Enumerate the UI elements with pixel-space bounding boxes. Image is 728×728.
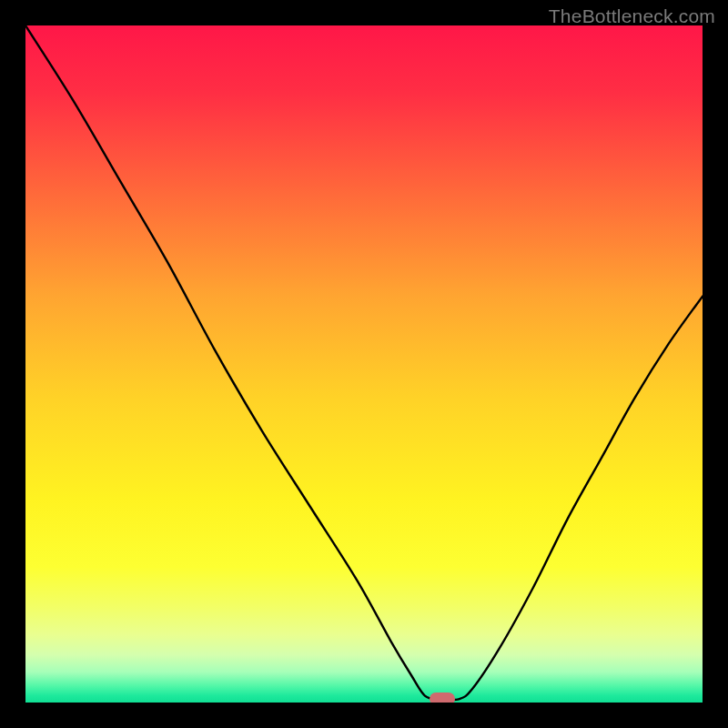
chart-frame: TheBottleneck.com [0, 0, 728, 728]
plot-area [25, 25, 703, 703]
watermark-text: TheBottleneck.com [549, 5, 715, 27]
optimal-point-marker [430, 693, 455, 703]
bottleneck-curve [25, 25, 703, 703]
